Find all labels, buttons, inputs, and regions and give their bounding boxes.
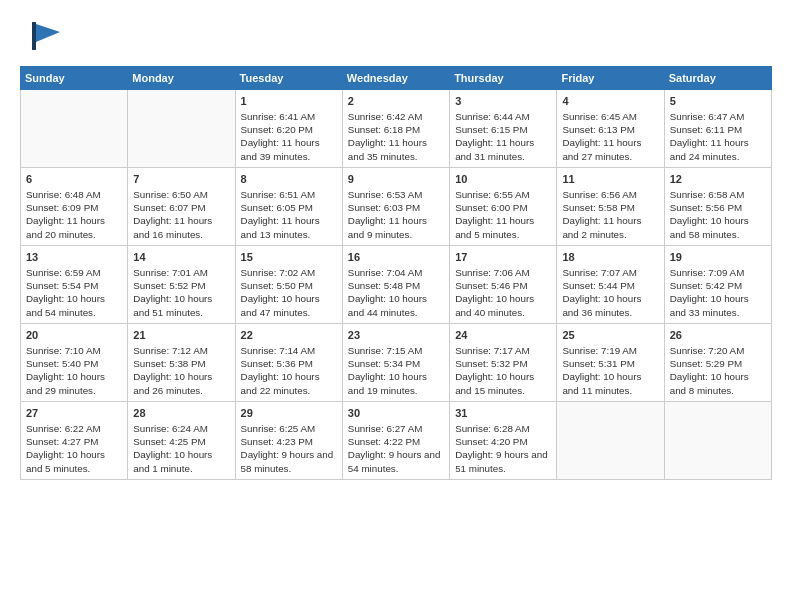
day-number: 12	[670, 172, 766, 187]
page: SundayMondayTuesdayWednesdayThursdayFrid…	[0, 0, 792, 490]
calendar-day-cell: 6Sunrise: 6:48 AM Sunset: 6:09 PM Daylig…	[21, 168, 128, 246]
calendar-day-cell: 4Sunrise: 6:45 AM Sunset: 6:13 PM Daylig…	[557, 90, 664, 168]
day-info: Sunrise: 7:17 AM Sunset: 5:32 PM Dayligh…	[455, 344, 551, 397]
day-info: Sunrise: 6:42 AM Sunset: 6:18 PM Dayligh…	[348, 110, 444, 163]
calendar-day-cell: 21Sunrise: 7:12 AM Sunset: 5:38 PM Dayli…	[128, 324, 235, 402]
calendar-day-cell: 22Sunrise: 7:14 AM Sunset: 5:36 PM Dayli…	[235, 324, 342, 402]
day-info: Sunrise: 6:51 AM Sunset: 6:05 PM Dayligh…	[241, 188, 337, 241]
calendar-day-cell: 12Sunrise: 6:58 AM Sunset: 5:56 PM Dayli…	[664, 168, 771, 246]
day-number: 20	[26, 328, 122, 343]
calendar-day-cell: 31Sunrise: 6:28 AM Sunset: 4:20 PM Dayli…	[450, 402, 557, 480]
calendar-day-cell: 18Sunrise: 7:07 AM Sunset: 5:44 PM Dayli…	[557, 246, 664, 324]
day-info: Sunrise: 7:06 AM Sunset: 5:46 PM Dayligh…	[455, 266, 551, 319]
calendar-day-cell	[664, 402, 771, 480]
calendar-week-2: 6Sunrise: 6:48 AM Sunset: 6:09 PM Daylig…	[21, 168, 772, 246]
calendar-day-cell: 5Sunrise: 6:47 AM Sunset: 6:11 PM Daylig…	[664, 90, 771, 168]
day-number: 23	[348, 328, 444, 343]
day-number: 31	[455, 406, 551, 421]
day-info: Sunrise: 6:56 AM Sunset: 5:58 PM Dayligh…	[562, 188, 658, 241]
day-number: 1	[241, 94, 337, 109]
calendar-day-cell	[21, 90, 128, 168]
calendar-week-3: 13Sunrise: 6:59 AM Sunset: 5:54 PM Dayli…	[21, 246, 772, 324]
calendar-header-row: SundayMondayTuesdayWednesdayThursdayFrid…	[21, 67, 772, 90]
calendar-day-cell: 7Sunrise: 6:50 AM Sunset: 6:07 PM Daylig…	[128, 168, 235, 246]
calendar-day-cell: 15Sunrise: 7:02 AM Sunset: 5:50 PM Dayli…	[235, 246, 342, 324]
day-info: Sunrise: 7:04 AM Sunset: 5:48 PM Dayligh…	[348, 266, 444, 319]
day-number: 28	[133, 406, 229, 421]
day-info: Sunrise: 6:28 AM Sunset: 4:20 PM Dayligh…	[455, 422, 551, 475]
day-number: 21	[133, 328, 229, 343]
day-info: Sunrise: 7:01 AM Sunset: 5:52 PM Dayligh…	[133, 266, 229, 319]
day-number: 5	[670, 94, 766, 109]
calendar-header-monday: Monday	[128, 67, 235, 90]
calendar-header-wednesday: Wednesday	[342, 67, 449, 90]
day-info: Sunrise: 7:07 AM Sunset: 5:44 PM Dayligh…	[562, 266, 658, 319]
calendar-table: SundayMondayTuesdayWednesdayThursdayFrid…	[20, 66, 772, 480]
day-info: Sunrise: 6:27 AM Sunset: 4:22 PM Dayligh…	[348, 422, 444, 475]
day-number: 19	[670, 250, 766, 265]
day-info: Sunrise: 6:48 AM Sunset: 6:09 PM Dayligh…	[26, 188, 122, 241]
calendar-day-cell: 27Sunrise: 6:22 AM Sunset: 4:27 PM Dayli…	[21, 402, 128, 480]
day-number: 4	[562, 94, 658, 109]
calendar-day-cell: 2Sunrise: 6:42 AM Sunset: 6:18 PM Daylig…	[342, 90, 449, 168]
calendar-day-cell: 29Sunrise: 6:25 AM Sunset: 4:23 PM Dayli…	[235, 402, 342, 480]
day-info: Sunrise: 6:53 AM Sunset: 6:03 PM Dayligh…	[348, 188, 444, 241]
calendar-day-cell: 23Sunrise: 7:15 AM Sunset: 5:34 PM Dayli…	[342, 324, 449, 402]
svg-rect-2	[32, 22, 36, 50]
calendar-header-tuesday: Tuesday	[235, 67, 342, 90]
day-info: Sunrise: 7:20 AM Sunset: 5:29 PM Dayligh…	[670, 344, 766, 397]
day-number: 2	[348, 94, 444, 109]
calendar-day-cell: 11Sunrise: 6:56 AM Sunset: 5:58 PM Dayli…	[557, 168, 664, 246]
day-info: Sunrise: 7:15 AM Sunset: 5:34 PM Dayligh…	[348, 344, 444, 397]
day-info: Sunrise: 7:19 AM Sunset: 5:31 PM Dayligh…	[562, 344, 658, 397]
logo-icon	[20, 16, 68, 56]
day-info: Sunrise: 7:09 AM Sunset: 5:42 PM Dayligh…	[670, 266, 766, 319]
day-number: 16	[348, 250, 444, 265]
calendar-day-cell	[128, 90, 235, 168]
header	[20, 16, 772, 56]
day-number: 30	[348, 406, 444, 421]
calendar-day-cell: 28Sunrise: 6:24 AM Sunset: 4:25 PM Dayli…	[128, 402, 235, 480]
calendar-day-cell: 25Sunrise: 7:19 AM Sunset: 5:31 PM Dayli…	[557, 324, 664, 402]
calendar-day-cell: 13Sunrise: 6:59 AM Sunset: 5:54 PM Dayli…	[21, 246, 128, 324]
calendar-day-cell: 1Sunrise: 6:41 AM Sunset: 6:20 PM Daylig…	[235, 90, 342, 168]
day-number: 24	[455, 328, 551, 343]
logo	[20, 16, 72, 56]
calendar-week-5: 27Sunrise: 6:22 AM Sunset: 4:27 PM Dayli…	[21, 402, 772, 480]
day-info: Sunrise: 6:47 AM Sunset: 6:11 PM Dayligh…	[670, 110, 766, 163]
calendar-day-cell: 3Sunrise: 6:44 AM Sunset: 6:15 PM Daylig…	[450, 90, 557, 168]
day-number: 14	[133, 250, 229, 265]
day-number: 22	[241, 328, 337, 343]
calendar-header-friday: Friday	[557, 67, 664, 90]
day-number: 17	[455, 250, 551, 265]
day-number: 26	[670, 328, 766, 343]
day-number: 13	[26, 250, 122, 265]
day-info: Sunrise: 7:14 AM Sunset: 5:36 PM Dayligh…	[241, 344, 337, 397]
calendar-day-cell: 20Sunrise: 7:10 AM Sunset: 5:40 PM Dayli…	[21, 324, 128, 402]
calendar-day-cell: 14Sunrise: 7:01 AM Sunset: 5:52 PM Dayli…	[128, 246, 235, 324]
day-info: Sunrise: 6:44 AM Sunset: 6:15 PM Dayligh…	[455, 110, 551, 163]
calendar-day-cell: 30Sunrise: 6:27 AM Sunset: 4:22 PM Dayli…	[342, 402, 449, 480]
calendar-day-cell: 8Sunrise: 6:51 AM Sunset: 6:05 PM Daylig…	[235, 168, 342, 246]
day-info: Sunrise: 6:50 AM Sunset: 6:07 PM Dayligh…	[133, 188, 229, 241]
calendar-day-cell: 10Sunrise: 6:55 AM Sunset: 6:00 PM Dayli…	[450, 168, 557, 246]
calendar-header-saturday: Saturday	[664, 67, 771, 90]
day-number: 11	[562, 172, 658, 187]
day-info: Sunrise: 7:12 AM Sunset: 5:38 PM Dayligh…	[133, 344, 229, 397]
calendar-day-cell: 9Sunrise: 6:53 AM Sunset: 6:03 PM Daylig…	[342, 168, 449, 246]
day-number: 3	[455, 94, 551, 109]
day-info: Sunrise: 7:10 AM Sunset: 5:40 PM Dayligh…	[26, 344, 122, 397]
calendar-day-cell	[557, 402, 664, 480]
calendar-day-cell: 19Sunrise: 7:09 AM Sunset: 5:42 PM Dayli…	[664, 246, 771, 324]
calendar-day-cell: 26Sunrise: 7:20 AM Sunset: 5:29 PM Dayli…	[664, 324, 771, 402]
day-number: 15	[241, 250, 337, 265]
day-info: Sunrise: 6:22 AM Sunset: 4:27 PM Dayligh…	[26, 422, 122, 475]
day-info: Sunrise: 7:02 AM Sunset: 5:50 PM Dayligh…	[241, 266, 337, 319]
day-info: Sunrise: 6:45 AM Sunset: 6:13 PM Dayligh…	[562, 110, 658, 163]
day-number: 18	[562, 250, 658, 265]
day-info: Sunrise: 6:59 AM Sunset: 5:54 PM Dayligh…	[26, 266, 122, 319]
day-number: 25	[562, 328, 658, 343]
day-info: Sunrise: 6:24 AM Sunset: 4:25 PM Dayligh…	[133, 422, 229, 475]
calendar-day-cell: 24Sunrise: 7:17 AM Sunset: 5:32 PM Dayli…	[450, 324, 557, 402]
calendar-header-thursday: Thursday	[450, 67, 557, 90]
